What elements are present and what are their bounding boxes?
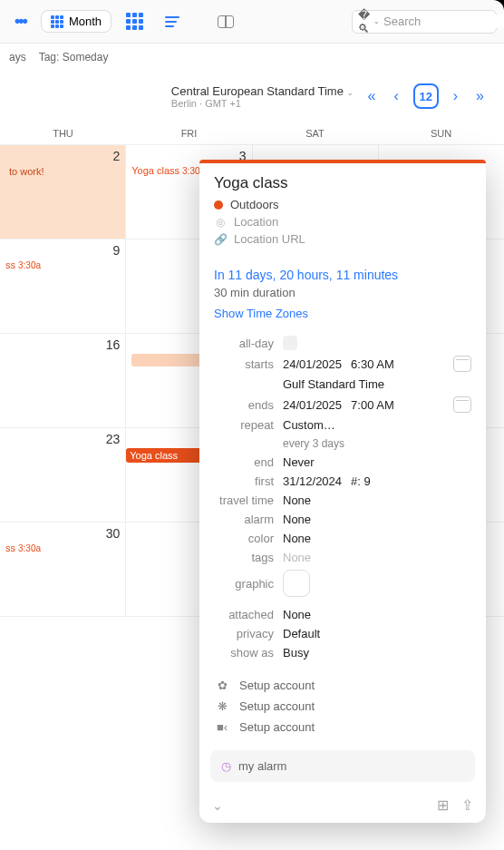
alarm-label: alarm: [214, 513, 283, 526]
repeat-value[interactable]: Custom…: [283, 418, 335, 432]
first-date: 31/12/2024: [283, 474, 342, 488]
setup-label-3: Setup account: [239, 720, 315, 734]
end-label: end: [214, 455, 283, 469]
add-button[interactable]: ⊞: [437, 796, 449, 814]
setup-label-2: Setup account: [239, 699, 315, 713]
allday-label: all-day: [214, 337, 283, 350]
show-timezones-link[interactable]: Show Time Zones: [214, 307, 471, 320]
event-title[interactable]: Yoga class: [214, 174, 471, 192]
ends-datepicker-button[interactable]: [453, 396, 471, 413]
starts-label: starts: [214, 357, 283, 371]
search-icon: �🔍︎: [358, 8, 370, 35]
ellipsis-icon: •••: [15, 12, 26, 31]
share-button[interactable]: ⇪: [461, 796, 473, 814]
privacy-value[interactable]: Default: [283, 627, 320, 640]
travel-value[interactable]: None: [283, 493, 311, 507]
starts-datepicker-button[interactable]: [453, 356, 471, 372]
today-button[interactable]: 12: [413, 83, 439, 109]
day-number: 9: [5, 243, 120, 258]
clock-icon: ◷: [221, 759, 231, 773]
calendar-cell[interactable]: 30ss3:30a: [0, 523, 126, 616]
event-item[interactable]: to work!: [5, 165, 120, 178]
zoom-icon: ❋: [214, 699, 230, 713]
repeat-label: repeat: [214, 418, 283, 432]
nav-fast-forward-button[interactable]: »: [472, 84, 488, 108]
timezone-nav-bar: Central European Standard Time ⌄ Berlin …: [0, 71, 504, 122]
panel-icon: [218, 15, 234, 28]
timezone-selector[interactable]: Central European Standard Time ⌄ Berlin …: [171, 84, 354, 109]
ends-date[interactable]: 24/01/2025: [283, 398, 342, 412]
color-label: color: [214, 532, 283, 545]
event-item[interactable]: ss3:30a: [5, 259, 120, 270]
attached-label: attached: [214, 608, 283, 621]
meet-icon: ✿: [214, 679, 230, 692]
alarm-text: my alarm: [238, 759, 286, 773]
search-input[interactable]: [383, 15, 504, 28]
alarm-value[interactable]: None: [283, 513, 311, 526]
nav-back-button[interactable]: ‹: [390, 84, 402, 108]
tz-main: Central European Standard Time: [171, 84, 344, 98]
day-header: THU: [0, 122, 126, 144]
more-button[interactable]: •••: [7, 8, 34, 35]
repeat-sub: every 3 days: [283, 437, 344, 450]
view-month-pill[interactable]: Month: [41, 10, 111, 33]
day-number: 16: [5, 337, 120, 352]
nav-forward-button[interactable]: ›: [450, 84, 461, 108]
grid-large-icon: [126, 13, 143, 30]
filter-bar: ays Tag: Someday: [0, 44, 504, 71]
allday-checkbox[interactable]: [283, 336, 297, 350]
ends-time[interactable]: 7:00 AM: [351, 398, 394, 412]
day-header: SAT: [252, 122, 378, 144]
location-placeholder: Location: [234, 215, 278, 229]
chevron-down-icon: ⌄: [373, 17, 380, 25]
location-icon: ◎: [214, 216, 227, 229]
list-view-button[interactable]: [158, 8, 187, 35]
search-box[interactable]: �🔍︎ ⌄: [352, 10, 497, 34]
toolbar: ••• Month �🔍︎ ⌄: [0, 0, 504, 44]
tags-value[interactable]: None: [283, 551, 311, 564]
color-value[interactable]: None: [283, 532, 311, 545]
calendar-picker[interactable]: Outdoors: [214, 198, 471, 211]
end-value[interactable]: Never: [283, 455, 315, 469]
day-number: 2: [5, 149, 120, 163]
chevron-down-icon: ⌄: [347, 89, 354, 97]
link-icon: 🔗: [214, 233, 227, 246]
setup-meet-button[interactable]: ✿Setup account: [214, 675, 471, 696]
day-number: 23: [5, 432, 120, 446]
alarm-box[interactable]: ◷ my alarm: [210, 750, 475, 782]
filter-days: ays: [9, 51, 26, 64]
travel-label: travel time: [214, 493, 283, 507]
setup-video-button[interactable]: ■‹Setup account: [214, 717, 471, 738]
showas-label: show as: [214, 646, 283, 659]
attached-value[interactable]: None: [283, 608, 311, 621]
nav-fast-back-button[interactable]: «: [364, 84, 380, 108]
filter-tag[interactable]: Tag: Someday: [39, 51, 109, 64]
calendar-cell[interactable]: 2to work!: [0, 145, 126, 239]
calendar-color-dot: [214, 200, 223, 210]
url-field[interactable]: 🔗 Location URL: [214, 232, 471, 246]
day-number: 30: [5, 526, 120, 541]
setup-label-1: Setup account: [239, 679, 315, 692]
calendar-cell[interactable]: 23: [0, 428, 126, 522]
setup-zoom-button[interactable]: ❋Setup account: [214, 696, 471, 717]
day-header: FRI: [126, 122, 252, 144]
event-item[interactable]: ss3:30a: [5, 542, 120, 553]
starts-timezone[interactable]: Gulf Standard Time: [283, 377, 384, 391]
graphic-label: graphic: [214, 577, 283, 591]
first-count: #: 9: [351, 474, 371, 488]
calendar-cell[interactable]: 9ss3:30a: [0, 239, 126, 333]
location-field[interactable]: ◎ Location: [214, 215, 471, 229]
calendar-header-row: THUFRISATSUN: [0, 122, 504, 145]
grid-icon: [51, 15, 63, 28]
starts-date[interactable]: 24/01/2025: [283, 357, 342, 371]
collapse-button[interactable]: ⌄: [212, 798, 223, 813]
starts-time[interactable]: 6:30 AM: [351, 357, 394, 371]
calendar-cell[interactable]: 16: [0, 334, 126, 427]
grid-view-button[interactable]: [119, 8, 150, 35]
ends-label: ends: [214, 398, 283, 412]
event-details: all-day starts24/01/20256:30 AM Gulf Sta…: [199, 329, 486, 669]
sidebar-toggle-button[interactable]: [210, 8, 241, 35]
view-label: Month: [69, 15, 102, 28]
showas-value[interactable]: Busy: [283, 646, 309, 659]
graphic-picker[interactable]: [283, 570, 310, 597]
